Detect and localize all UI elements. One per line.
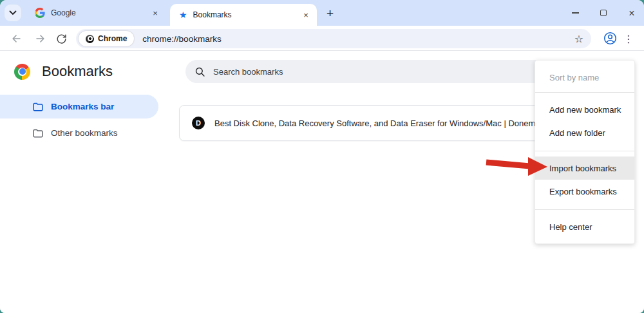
sidebar-item-bookmarks-bar[interactable]: Bookmarks bar [0, 95, 158, 119]
sidebar-item-label: Other bookmarks [51, 128, 118, 138]
menu-item-export-bookmarks[interactable]: Export bookmarks [535, 180, 634, 203]
avatar-icon [603, 32, 617, 45]
browser-menu-button[interactable]: ⋮ [621, 30, 636, 47]
window-controls: × [571, 0, 636, 26]
url-text[interactable]: chrome://bookmarks [142, 34, 574, 44]
folder-icon [32, 128, 44, 139]
chrome-logo-icon [14, 64, 30, 80]
tab-title: Bookmarks [193, 10, 300, 19]
maximize-button[interactable] [599, 8, 608, 17]
reload-icon [56, 33, 67, 44]
page-title: Bookmarks [42, 63, 113, 80]
menu-item-help-center[interactable]: Help center [535, 215, 634, 238]
close-window-button[interactable]: × [627, 8, 636, 17]
close-icon: × [629, 8, 634, 19]
bookmarks-page: Bookmarks Bookmarks bar Other bookmarks … [0, 52, 644, 313]
address-bar[interactable]: Chrome chrome://bookmarks ☆ [76, 29, 591, 48]
forward-button[interactable] [32, 30, 49, 47]
tab-close-icon[interactable]: × [300, 9, 312, 21]
browser-window: Google × ★ Bookmarks × + × Chrome [0, 0, 644, 313]
menu-item-import-bookmarks[interactable]: Import bookmarks [535, 156, 634, 180]
sidebar-item-label: Bookmarks bar [51, 102, 114, 111]
chromium-icon [86, 35, 94, 43]
tab-strip: Google × ★ Bookmarks × + × [0, 0, 644, 26]
menu-item-add-new-folder[interactable]: Add new folder [535, 121, 634, 144]
tab-bookmarks[interactable]: ★ Bookmarks × [170, 4, 317, 26]
folder-icon [32, 101, 44, 113]
site-favicon: D [192, 117, 205, 129]
chrome-page-chip[interactable]: Chrome [79, 31, 134, 46]
tab-google[interactable]: Google × [26, 0, 166, 26]
tab-title: Google [51, 8, 149, 17]
tab-search-button[interactable] [5, 5, 21, 21]
bookmark-title: Best Disk Clone, Data Recovery Software,… [214, 119, 553, 128]
back-arrow-icon [10, 33, 22, 44]
search-icon [194, 66, 205, 77]
chevron-down-icon [9, 10, 17, 15]
sidebar-item-other-bookmarks[interactable]: Other bookmarks [0, 121, 158, 145]
minimize-icon [572, 12, 579, 14]
tab-close-icon[interactable]: × [149, 7, 161, 19]
bookmarks-organize-menu: Sort by name Add new bookmark Add new fo… [535, 60, 635, 244]
menu-item-sort-by-name[interactable]: Sort by name [535, 65, 634, 90]
menu-item-add-new-bookmark[interactable]: Add new bookmark [535, 98, 634, 121]
forward-arrow-icon [35, 33, 46, 44]
browser-toolbar: Chrome chrome://bookmarks ☆ ⋮ [0, 26, 644, 51]
new-tab-button[interactable]: + [323, 6, 337, 21]
maximize-icon [600, 10, 607, 16]
chip-label: Chrome [98, 34, 127, 43]
bookmark-star-icon: ★ [179, 10, 187, 19]
back-button[interactable] [8, 30, 24, 47]
minimize-button[interactable] [571, 8, 580, 17]
google-g-icon [35, 8, 45, 18]
page-header: Bookmarks [14, 63, 113, 80]
reload-button[interactable] [53, 30, 70, 47]
bookmark-this-tab-icon[interactable]: ☆ [574, 33, 583, 45]
profile-avatar-button[interactable] [603, 32, 617, 48]
